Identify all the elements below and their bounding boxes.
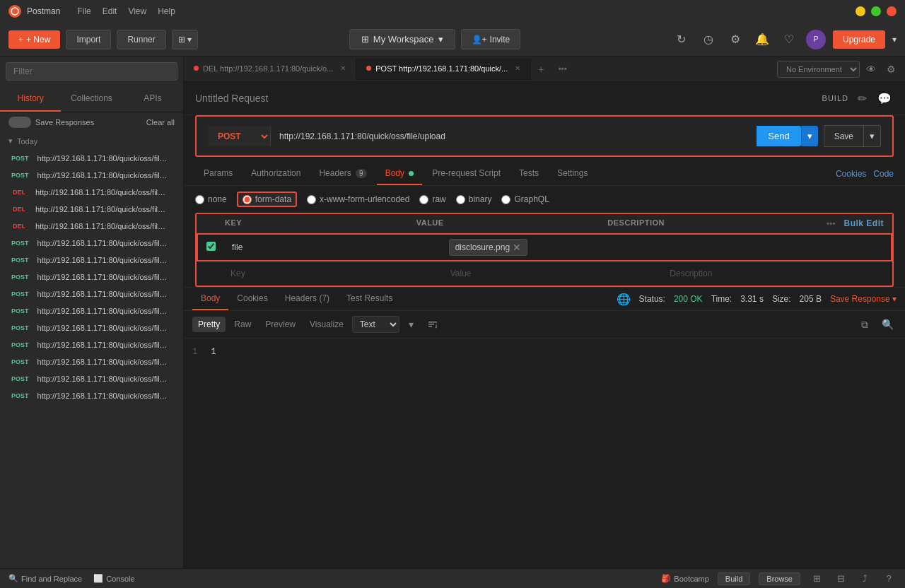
- list-item[interactable]: POST http://192.168.1.171:80/quick/oss/f…: [0, 286, 183, 302]
- format-preview-button[interactable]: Preview: [259, 317, 301, 332]
- list-item[interactable]: DEL http://192.168.1.171:80/quick/oss/fi…: [0, 184, 183, 201]
- cookies-link[interactable]: Cookies: [836, 169, 866, 179]
- save-response-button[interactable]: Save Response ▾: [830, 294, 897, 304]
- invite-button[interactable]: 👤+ Invite: [461, 29, 521, 49]
- save-button[interactable]: Save: [824, 125, 864, 147]
- comment-icon-button[interactable]: 💬: [875, 89, 894, 107]
- menu-file[interactable]: File: [77, 6, 90, 16]
- format-type-select[interactable]: Text JSON HTML XML: [352, 316, 399, 333]
- code-link[interactable]: Code: [873, 169, 894, 179]
- response-tab-test-results[interactable]: Test Results: [338, 288, 401, 310]
- binary-radio[interactable]: [456, 195, 465, 204]
- format-visualize-button[interactable]: Visualize: [304, 317, 349, 332]
- runner-button[interactable]: Runner: [117, 30, 165, 49]
- new-button[interactable]: + + New: [8, 30, 60, 49]
- workspace-button[interactable]: ⊞ My Workspace ▾: [349, 29, 455, 49]
- upgrade-button[interactable]: Upgrade: [833, 30, 885, 49]
- url-input[interactable]: [271, 127, 749, 146]
- list-item[interactable]: POST http://192.168.1.171:80/quick/oss/f…: [0, 235, 183, 252]
- history-icon-button[interactable]: ◷: [699, 30, 718, 49]
- row-checkbox[interactable]: [206, 242, 216, 251]
- subtab-pre-request[interactable]: Pre-request Script: [424, 163, 509, 185]
- body-type-none[interactable]: none: [195, 194, 227, 204]
- bootcamp-button[interactable]: 🎒 Bootcamp: [661, 574, 709, 583]
- more-tabs-button[interactable]: •••: [551, 59, 574, 80]
- list-item[interactable]: POST http://192.168.1.171:80/quick/oss/f…: [0, 387, 183, 404]
- subtab-params[interactable]: Params: [195, 163, 241, 185]
- bulk-edit-button[interactable]: Bulk Edit: [844, 218, 884, 228]
- browse-button[interactable]: Browse: [759, 572, 800, 585]
- send-dropdown-button[interactable]: ▾: [801, 126, 818, 146]
- body-type-binary[interactable]: binary: [456, 194, 492, 204]
- notifications-button[interactable]: 🔔: [752, 30, 772, 49]
- search-input[interactable]: [6, 62, 177, 81]
- settings-button[interactable]: ⚙: [725, 30, 745, 49]
- avatar[interactable]: P: [806, 30, 826, 49]
- menu-help[interactable]: Help: [158, 6, 175, 16]
- eye-icon-button[interactable]: 👁: [863, 61, 880, 78]
- method-select[interactable]: POST GET PUT DELETE PATCH: [208, 127, 271, 146]
- menu-edit[interactable]: Edit: [103, 6, 117, 16]
- find-replace-button[interactable]: 🔍 Find and Replace: [8, 574, 82, 583]
- subtab-body[interactable]: Body: [377, 163, 423, 185]
- list-item[interactable]: POST http://192.168.1.171:80/quick/oss/f…: [0, 302, 183, 319]
- none-radio[interactable]: [195, 195, 204, 204]
- send-button[interactable]: Send: [757, 126, 800, 146]
- sidebar-tab-apis[interactable]: APIs: [122, 86, 183, 112]
- body-type-graphql[interactable]: GraphQL: [501, 194, 549, 204]
- tab-del-request[interactable]: DEL http://192.168.1.171:80/quick/o... ✕: [184, 59, 356, 80]
- environment-select[interactable]: No Environment: [777, 61, 860, 78]
- help-button[interactable]: ?: [881, 571, 897, 587]
- body-type-form-data[interactable]: form-data: [237, 192, 297, 207]
- subtab-headers[interactable]: Headers 9: [310, 163, 375, 185]
- clear-all-button[interactable]: Clear all: [146, 118, 175, 127]
- menu-view[interactable]: View: [128, 6, 146, 16]
- format-raw-button[interactable]: Raw: [228, 317, 257, 332]
- layout-button[interactable]: ⊞ ▾: [172, 30, 198, 49]
- copy-button[interactable]: ⧉: [856, 315, 874, 334]
- new-value-input[interactable]: [445, 266, 665, 281]
- save-dropdown-button[interactable]: ▾: [864, 125, 881, 147]
- list-item[interactable]: POST http://192.168.1.171:80/quick/oss/f…: [0, 319, 183, 336]
- minimize-button[interactable]: ─: [856, 6, 865, 16]
- raw-radio[interactable]: [419, 195, 428, 204]
- response-tab-headers[interactable]: Headers (7): [276, 288, 338, 310]
- tab-post-request[interactable]: POST http://192.168.1.171:80/quick/... ✕: [356, 59, 531, 80]
- settings-icon-button[interactable]: ⚙: [882, 61, 899, 78]
- post-tab-close[interactable]: ✕: [515, 64, 520, 72]
- favorites-button[interactable]: ♡: [779, 30, 799, 49]
- word-wrap-button[interactable]: [424, 315, 442, 334]
- subtab-authorization[interactable]: Authorization: [243, 163, 309, 185]
- list-item[interactable]: POST http://192.168.1.171:80/quick/oss/f…: [0, 269, 183, 286]
- edit-icon-button[interactable]: ✏: [853, 89, 871, 107]
- list-item[interactable]: POST http://192.168.1.171:80/quick/oss/f…: [0, 252, 183, 269]
- list-item[interactable]: POST http://192.168.1.171:80/quick/oss/f…: [0, 167, 183, 184]
- format-type-dropdown[interactable]: ▾: [402, 315, 421, 334]
- globe-icon[interactable]: 🌐: [617, 293, 631, 306]
- del-tab-close[interactable]: ✕: [340, 64, 346, 72]
- body-type-urlencoded[interactable]: x-www-form-urlencoded: [307, 194, 409, 204]
- new-key-input[interactable]: [225, 266, 445, 281]
- sync-button[interactable]: ↻: [672, 30, 691, 49]
- format-pretty-button[interactable]: Pretty: [192, 317, 226, 332]
- list-item[interactable]: DEL http://192.168.1.171:80/quick/oss/fi…: [0, 218, 183, 235]
- share-icon-button[interactable]: ⤴: [857, 571, 872, 587]
- list-item[interactable]: POST http://192.168.1.171:80/quick/oss/f…: [0, 336, 183, 353]
- more-options-button[interactable]: •••: [827, 219, 836, 228]
- add-tab-button[interactable]: +: [531, 58, 551, 81]
- console-button[interactable]: ⬜ Console: [93, 574, 134, 583]
- build-bottom-button[interactable]: Build: [718, 572, 750, 585]
- close-button[interactable]: ✕: [887, 6, 897, 16]
- sidebar-tab-history[interactable]: History: [0, 86, 61, 112]
- graphql-radio[interactable]: [501, 195, 510, 204]
- import-button[interactable]: Import: [66, 30, 111, 49]
- response-tab-cookies[interactable]: Cookies: [228, 288, 276, 310]
- maximize-button[interactable]: □: [871, 6, 881, 16]
- subtab-settings[interactable]: Settings: [549, 163, 596, 185]
- list-item[interactable]: POST http://192.168.1.171:80/quick/oss/f…: [0, 150, 183, 167]
- form-data-radio[interactable]: [243, 195, 252, 204]
- upgrade-chevron[interactable]: ▾: [892, 35, 897, 45]
- sidebar-tab-collections[interactable]: Collections: [61, 86, 122, 112]
- urlencoded-radio[interactable]: [307, 195, 316, 204]
- grid-icon-button[interactable]: ⊞: [809, 571, 824, 587]
